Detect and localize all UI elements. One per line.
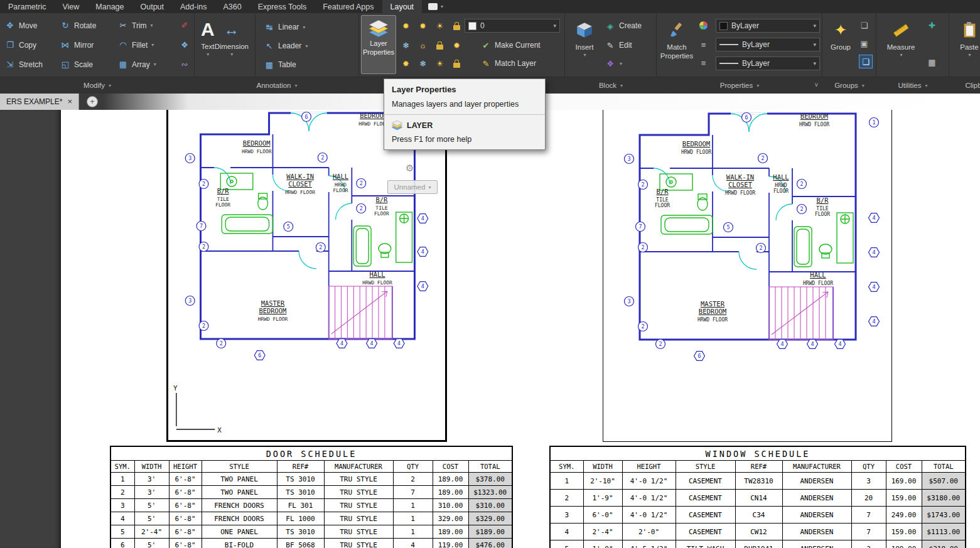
panel-label-annotation[interactable]: Annotation▾ <box>195 77 359 94</box>
menu-item-manage[interactable]: Manage <box>87 0 132 13</box>
match-properties-icon <box>669 17 684 43</box>
lineweight-list-icon[interactable]: ≡ <box>698 40 709 50</box>
chevron-down-icon: ▾ <box>151 23 153 28</box>
fillet-label: Fillet <box>132 41 148 50</box>
linear-button[interactable]: ↹Linear▾ <box>262 19 310 35</box>
move-button[interactable]: ✥Move <box>3 18 58 34</box>
mirror-icon: ⋈ <box>60 41 71 49</box>
color-wheel-icon[interactable] <box>698 20 709 31</box>
layer-off-icon[interactable]: ✹ <box>401 21 411 31</box>
schedule-cell: 2'-0" <box>622 524 676 540</box>
schedule-cell: 2 <box>393 473 433 486</box>
edit-block-button[interactable]: ✎ Edit <box>603 37 634 53</box>
erase-button[interactable]: ✐ <box>177 18 193 34</box>
layer-isolate-icon[interactable]: ✸ <box>417 21 428 31</box>
copy-button[interactable]: ❐Copy <box>3 37 58 53</box>
stretch-button[interactable]: ⇲Stretch <box>3 56 58 73</box>
layer-freeze-icon[interactable]: ☀ <box>434 21 445 31</box>
menu-item-layout[interactable]: Layout <box>382 0 423 13</box>
dimension-button[interactable]: ↔ Dimension ▾ <box>215 14 249 75</box>
leader-button[interactable]: ↖Leader▾ <box>262 38 310 54</box>
lineweight-dropdown[interactable]: ByLayer ▾ <box>716 38 820 51</box>
schedule-cell: $1323.00 <box>468 486 512 499</box>
layer-sun-icon[interactable]: ☀ <box>434 58 445 69</box>
panel-label-modify[interactable]: Modify▾ <box>0 77 195 94</box>
floor-plan-right[interactable]: BEDROOMHRWD FLOORBEDROOMHRWD FLOORWALK-I… <box>607 110 886 441</box>
fillet-button[interactable]: ◠Fillet▾ <box>116 37 177 53</box>
schedule-cell: BF 5068 <box>277 539 324 548</box>
paste-button[interactable]: Paste ▾ <box>956 15 980 58</box>
rotate-button[interactable]: ↻Rotate <box>58 18 116 34</box>
ungroup-icon[interactable]: ❏ <box>859 20 870 31</box>
block-more-button[interactable]: ❖ ▾ <box>603 55 624 72</box>
new-tab-button[interactable]: + <box>87 96 98 107</box>
create-block-button[interactable]: ◈ Create <box>603 18 643 34</box>
viewport-control-dropdown[interactable]: Unnamed ▾ <box>387 180 438 194</box>
menu-item-view[interactable]: View <box>54 0 87 13</box>
menu-item-express-tools[interactable]: Express Tools <box>250 0 315 13</box>
text-button[interactable]: A Text ▾ <box>201 14 215 75</box>
table-button[interactable]: ▦Table <box>262 56 310 73</box>
layer-unlock-icon[interactable] <box>434 40 445 51</box>
make-current-button[interactable]: ✔ Make Current <box>478 37 542 53</box>
group-bounding-box-toggle[interactable]: ❏ <box>859 55 873 68</box>
menu-item-output[interactable]: Output <box>132 0 173 13</box>
id-point-icon[interactable]: ✚ <box>927 20 937 31</box>
drawing-area[interactable]: Y X BEDROOMHRWD FLOORBEDROOMHRWD FLOORWA… <box>0 110 980 548</box>
menu-item-parametric[interactable]: Parametric <box>0 0 54 13</box>
layer-thaw-icon[interactable]: ❄ <box>401 40 411 51</box>
window-schedule-table[interactable]: WINDOW SCHEDULESYM.WIDTHHEIGHTSTYLEREF#M… <box>549 446 966 548</box>
block-attributes-icon: ❖ <box>605 60 616 68</box>
insert-button[interactable]: Insert ▾ <box>569 15 600 58</box>
panel-utilities: Measure ▾ ✚ ▦ <box>876 13 949 77</box>
menu-item-a360[interactable]: A360 <box>215 0 249 13</box>
linetype-list-icon[interactable]: ≡ <box>698 58 709 68</box>
menu-item-featured-apps[interactable]: Featured Apps <box>315 0 382 13</box>
file-tab[interactable]: ERS EXAMPLE* × <box>0 93 79 110</box>
viewport-frame-left[interactable]: Y X BEDROOMHRWD FLOORBEDROOMHRWD FLOORWA… <box>166 110 447 442</box>
chevron-down-icon: ▾ <box>441 4 443 9</box>
offset-button[interactable]: ∾ <box>177 56 193 73</box>
layer-properties-button[interactable]: Layer Properties <box>361 15 396 74</box>
linetype-dropdown[interactable]: ByLayer ▾ <box>716 56 820 70</box>
layer-unisolate-icon[interactable]: ✸ <box>401 58 411 69</box>
layer-lock2-icon[interactable] <box>451 58 462 69</box>
ribbon-options-button[interactable]: ▾ <box>422 0 450 13</box>
viewport-frame-right[interactable]: BEDROOMHRWD FLOORBEDROOMHRWD FLOORWALK-I… <box>603 110 892 442</box>
plan-text: 2 <box>761 155 764 161</box>
object-color-dropdown[interactable]: ByLayer ▾ <box>716 19 820 33</box>
layer-freeze2-icon[interactable]: ❄ <box>417 58 428 69</box>
panel-label-block[interactable]: Block▾ <box>565 77 657 94</box>
measure-button[interactable]: Measure ▾ <box>883 15 919 58</box>
panel-label-clipboard[interactable]: Clipboard▾ <box>949 77 980 94</box>
group-button[interactable]: ✦ Group <box>825 15 856 52</box>
layer-on-icon[interactable]: ☼ <box>417 40 428 51</box>
schedule-cell: 5' <box>134 539 169 548</box>
dialog-launcher-icon[interactable]: ∨ <box>814 81 819 88</box>
door-schedule-table[interactable]: DOOR SCHEDULESYM.WIDTHHEIGHTSTYLEREF#MAN… <box>110 446 513 548</box>
mirror-button[interactable]: ⋈Mirror <box>58 37 116 53</box>
close-icon[interactable]: × <box>67 97 72 106</box>
explode-button[interactable]: ❖ <box>177 37 193 53</box>
paste-clipboard-icon <box>964 17 976 43</box>
viewport-gear-icon[interactable]: ⚙ <box>406 163 414 174</box>
layer-walk-icon[interactable]: ✹ <box>451 40 462 51</box>
panel-label-utilities[interactable]: Utilities▾ <box>876 77 949 94</box>
group-edit-icon[interactable]: ▣ <box>859 38 870 49</box>
floor-plan-left[interactable]: Y X BEDROOMHRWD FLOORBEDROOMHRWD FLOORWA… <box>168 110 445 440</box>
panel-label-properties[interactable]: Properties▾∨ <box>657 77 822 94</box>
chevron-down-icon: ▾ <box>813 23 816 29</box>
match-layer-button[interactable]: ✎ Match Layer <box>478 55 538 72</box>
layer-dropdown[interactable]: 0 ▾ <box>465 19 560 33</box>
schedule-cell: 6'-8" <box>169 473 202 486</box>
panel-label-groups[interactable]: Groups▾ <box>822 77 876 94</box>
schedule-cell: 2 <box>550 490 583 507</box>
match-properties-button[interactable]: Match Properties <box>659 15 695 61</box>
trim-button[interactable]: ✂Trim▾ <box>116 18 177 34</box>
array-button[interactable]: ▦Array▾ <box>116 56 177 73</box>
quick-calculator-icon[interactable]: ▦ <box>927 57 937 68</box>
menu-item-add-ins[interactable]: Add-ins <box>172 0 215 13</box>
schedule-cell: 189.00 <box>433 525 468 539</box>
scale-button[interactable]: ◱Scale <box>58 56 116 73</box>
layer-lock-icon[interactable] <box>451 21 462 31</box>
